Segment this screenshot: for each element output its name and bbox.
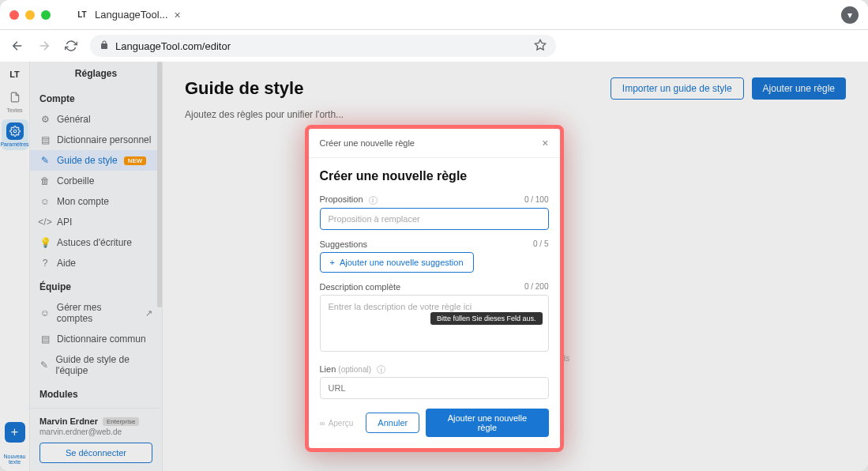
- modal-heading: Créer une nouvelle règle: [320, 169, 549, 183]
- browser-toolbar: LanguageTool.com/editor: [0, 30, 868, 62]
- add-suggestion-button[interactable]: + Ajouter une nouvelle suggestion: [320, 252, 474, 273]
- bookmark-star-icon[interactable]: [534, 39, 547, 54]
- maximize-window-button[interactable]: [41, 10, 51, 20]
- preview-link: ∞ Aperçu: [320, 419, 354, 428]
- tab-close-icon[interactable]: ×: [175, 9, 181, 21]
- add-suggestion-label: Ajouter une nouvelle suggestion: [340, 258, 464, 267]
- proposition-label: Proposition: [320, 194, 363, 204]
- modal-title: Créer une nouvelle règle: [320, 138, 415, 148]
- modal-footer: ∞ Aperçu Annuler Ajouter une nouvelle rè…: [320, 409, 549, 437]
- browser-tab[interactable]: LT LanguageTool... ×: [66, 4, 190, 26]
- suggestions-counter: 0 / 5: [533, 239, 548, 248]
- validation-tooltip: Bitte füllen Sie dieses Feld aus.: [430, 312, 543, 325]
- description-counter: 0 / 200: [524, 282, 549, 291]
- svg-marker-0: [535, 40, 545, 50]
- lock-icon: [100, 40, 109, 52]
- url-bar[interactable]: LanguageTool.com/editor: [90, 35, 556, 57]
- create-rule-modal: Créer une nouvelle règle × Créer une nou…: [305, 125, 564, 452]
- info-icon[interactable]: i: [377, 365, 385, 374]
- browser-menu-button[interactable]: ▾: [841, 6, 859, 24]
- link-icon: ∞: [320, 419, 325, 428]
- reload-button[interactable]: [63, 38, 79, 54]
- forward-button[interactable]: [36, 38, 52, 54]
- cancel-button[interactable]: Annuler: [366, 413, 419, 433]
- description-label-row: Description complète 0 / 200: [320, 282, 549, 292]
- modal-container: Créer une nouvelle règle × Créer une nou…: [305, 125, 564, 452]
- proposition-input[interactable]: [320, 208, 549, 230]
- tab-title: LanguageTool...: [95, 9, 168, 21]
- description-label: Description complète: [320, 282, 401, 292]
- lien-input[interactable]: [320, 377, 549, 399]
- description-wrap: Bitte füllen Sie dieses Feld aus.: [320, 295, 549, 364]
- suggestions-label-row: Suggestions 0 / 5: [320, 239, 549, 249]
- browser-titlebar: LT LanguageTool... × ▾: [0, 0, 868, 30]
- proposition-label-row: Proposition i 0 / 100: [320, 194, 549, 205]
- info-icon[interactable]: i: [369, 196, 378, 205]
- lien-label: Lien: [320, 364, 336, 374]
- browser-window: LT LanguageTool... × ▾ LanguageTool.com/…: [0, 0, 868, 471]
- close-icon[interactable]: ×: [542, 137, 548, 149]
- suggestions-label: Suggestions: [320, 239, 368, 249]
- close-window-button[interactable]: [9, 10, 19, 20]
- window-controls: [9, 10, 51, 20]
- proposition-counter: 0 / 100: [524, 195, 549, 204]
- url-text: LanguageTool.com/editor: [115, 40, 231, 52]
- minimize-window-button[interactable]: [25, 10, 35, 20]
- lien-label-row: Lien (optional) i: [320, 364, 549, 375]
- modal-body: Créer une nouvelle règle Proposition i 0…: [309, 158, 560, 448]
- optional-label: (optional): [338, 365, 371, 374]
- preview-label: Aperçu: [329, 419, 354, 428]
- tab-favicon: LT: [76, 9, 88, 21]
- submit-rule-button[interactable]: Ajouter une nouvelle règle: [426, 409, 548, 437]
- modal-header: Créer une nouvelle règle ×: [309, 129, 560, 158]
- plus-icon: +: [330, 258, 335, 267]
- back-button[interactable]: [9, 38, 25, 54]
